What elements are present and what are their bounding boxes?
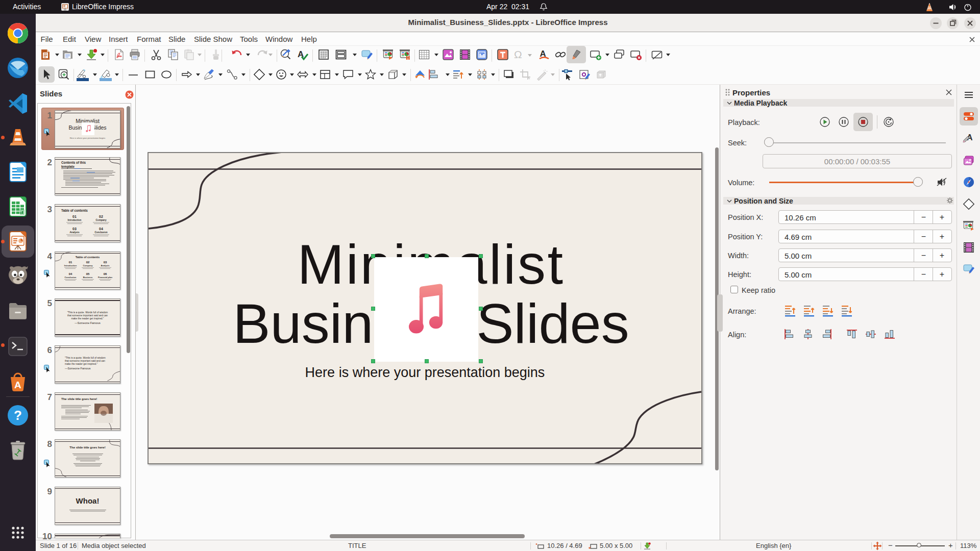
svg-text:Ω: Ω <box>514 48 522 60</box>
svg-text:A: A <box>14 380 21 390</box>
svg-text:?: ? <box>14 408 22 423</box>
